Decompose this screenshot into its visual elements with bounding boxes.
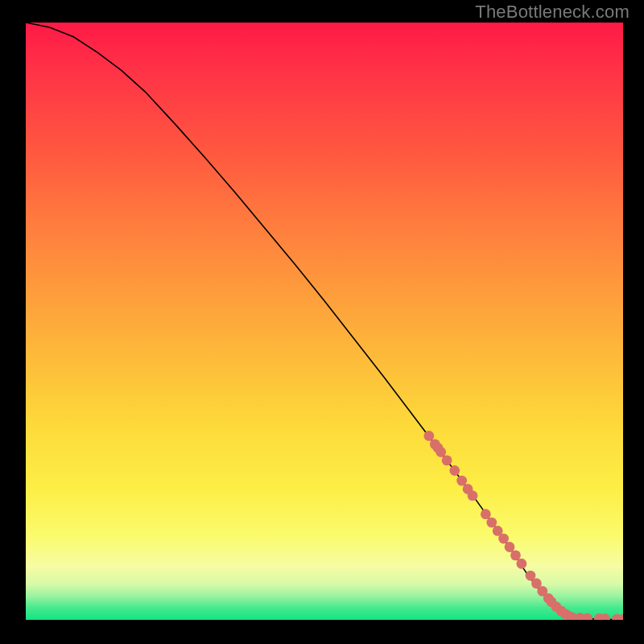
plot-area (26, 23, 623, 620)
figure-root: TheBottleneck.com (0, 0, 644, 644)
chart-overlay (26, 23, 623, 620)
data-point (516, 559, 526, 569)
data-point (468, 490, 478, 501)
data-point (505, 542, 515, 552)
data-point (510, 550, 521, 560)
data-point (442, 455, 452, 465)
data-point (423, 431, 434, 441)
data-point (486, 518, 497, 528)
data-point (582, 613, 592, 620)
main-curve (26, 23, 623, 620)
data-point (481, 509, 491, 519)
data-point (498, 534, 509, 544)
data-point (449, 465, 460, 476)
data-point (456, 476, 467, 486)
data-dots (423, 431, 623, 620)
watermark-text: TheBottleneck.com (475, 2, 630, 23)
data-point (436, 447, 446, 457)
